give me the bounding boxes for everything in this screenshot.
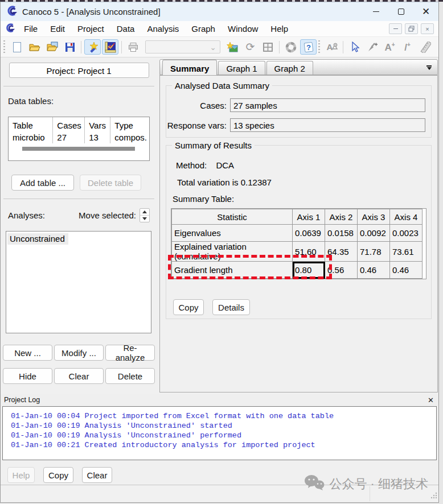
total-variation-text: Total variation is 0.12387 xyxy=(177,177,431,187)
eigenvalues-row: Eigenvalues 0.0639 0.0158 0.0092 0.0023 xyxy=(172,225,423,242)
tab-list-dropdown[interactable] xyxy=(426,65,432,70)
clear-button[interactable]: Clear xyxy=(54,368,104,384)
summary-table-label: Summary Table: xyxy=(173,194,431,204)
project-log-close-icon[interactable]: ✕ xyxy=(428,396,434,404)
explained-variation-row: Explained variation (cumulative) 51.60 6… xyxy=(172,242,423,262)
wizard-icon[interactable] xyxy=(84,39,101,55)
watermark-text: 公众号 · 细猪技术 xyxy=(329,476,428,493)
menu-graph[interactable]: Graph xyxy=(185,22,222,35)
spinner-down-button[interactable] xyxy=(140,216,149,222)
method-value: DCA xyxy=(216,160,234,170)
help-icon[interactable]: ? xyxy=(300,39,317,55)
summary-of-results-group: Summary of Results Method: DCA Total var… xyxy=(166,145,432,319)
menu-window[interactable]: Window xyxy=(222,22,264,35)
cursor-icon[interactable] xyxy=(346,39,363,55)
method-label: Method: xyxy=(176,160,207,170)
add-line-icon[interactable]: /+ xyxy=(399,39,416,55)
tab-summary[interactable]: Summary xyxy=(162,60,217,75)
analyses-listbox[interactable]: Unconstrained xyxy=(6,231,151,333)
project-button[interactable]: Project: Project 1 xyxy=(9,63,149,78)
toolbar-combobox[interactable]: ⌄ xyxy=(145,40,220,53)
toolbar-grip-2[interactable] xyxy=(318,40,322,54)
log-line: 01-Jan-10 00:04 Project imported from Ex… xyxy=(11,411,436,421)
open-graph-icon[interactable] xyxy=(44,39,60,55)
menu-data[interactable]: Data xyxy=(110,22,141,35)
menu-analysis[interactable]: Analysis xyxy=(141,22,185,35)
analyses-label: Analyses: xyxy=(8,210,45,220)
gradient-length-row: Gradient length 0.80 0.56 0.46 0.46 xyxy=(172,262,423,279)
mdi-restore-button[interactable] xyxy=(405,23,418,34)
arrow-up-icon xyxy=(142,210,147,213)
arrow-down-icon xyxy=(142,217,147,220)
data-table-header-row: Table Cases Vars Type xyxy=(9,117,149,131)
analysis-list-item[interactable]: Unconstrained xyxy=(7,233,68,245)
mdi-close-button[interactable]: × xyxy=(421,23,434,34)
graph-options-icon[interactable] xyxy=(102,39,118,55)
move-selected-spinner[interactable] xyxy=(140,208,150,222)
window-icon[interactable] xyxy=(260,39,276,55)
window-title: Canoco 5 - [Analysis Unconstrained] xyxy=(22,7,161,16)
selected-cell[interactable]: 0.80 xyxy=(293,262,325,279)
data-tables-grid[interactable]: Table Cases Vars Type microbio 27 13 com… xyxy=(8,117,150,161)
open-folder-icon[interactable] xyxy=(26,39,43,55)
ruler-pencil-icon[interactable] xyxy=(417,39,433,55)
add-arrow-icon[interactable] xyxy=(364,39,380,55)
resize-grip[interactable] xyxy=(430,491,437,501)
tab-graph-1[interactable]: Graph 1 xyxy=(218,61,265,75)
results-details-button[interactable]: Details xyxy=(212,299,250,315)
print-icon[interactable] xyxy=(125,39,141,55)
project-log-text[interactable]: 01-Jan-10 00:04 Project imported from Ex… xyxy=(2,406,437,460)
mdi-minimize-button[interactable] xyxy=(389,23,402,34)
canoco-window: Canoco 5 - [Analysis Unconstrained] ✕ Fi… xyxy=(0,2,439,503)
delete-button[interactable]: Delete xyxy=(105,368,155,384)
scrollbar-thumb[interactable] xyxy=(22,147,135,151)
menu-project[interactable]: Project xyxy=(71,22,110,35)
new-analysis-button[interactable]: New ... xyxy=(3,345,52,361)
log-copy-button[interactable]: Copy xyxy=(43,467,73,483)
tab-strip: Summary Graph 1 Graph 2 xyxy=(159,59,438,75)
modify-analysis-button[interactable]: Modify ... xyxy=(54,345,104,361)
divider xyxy=(3,86,154,86)
project-log-panel: Project Log ✕ 01-Jan-10 00:04 Project im… xyxy=(1,394,438,485)
cases-field[interactable]: 27 samples xyxy=(230,98,425,112)
minimize-button[interactable] xyxy=(363,2,388,21)
support-ring-icon[interactable] xyxy=(282,39,299,55)
spinner-up-button[interactable] xyxy=(140,209,149,215)
log-help-button: Help xyxy=(7,467,35,483)
response-vars-field[interactable]: 13 species xyxy=(230,118,425,132)
new-document-icon[interactable] xyxy=(9,39,25,55)
maximize-button[interactable] xyxy=(388,2,413,21)
toolbar: ⌄ ⟳ ? A A+ /+ xyxy=(1,37,438,57)
save-icon[interactable] xyxy=(61,39,78,55)
dropdown-triangle-icon xyxy=(427,67,432,70)
graph-wizard-icon[interactable] xyxy=(224,39,241,55)
response-vars-label: Response vars: xyxy=(166,121,230,130)
app-logo-small-icon xyxy=(5,23,15,35)
project-panel: Project: Project 1 Data tables: Table Ca… xyxy=(2,60,155,394)
menubar: File Edit Project Data Analysis Graph Wi… xyxy=(1,21,438,37)
add-text-icon[interactable]: A+ xyxy=(382,39,398,55)
chevron-down-icon: ⌄ xyxy=(210,43,216,51)
horizontal-scrollbar[interactable] xyxy=(9,145,149,152)
log-clear-button[interactable]: Clear xyxy=(82,467,112,483)
menu-help[interactable]: Help xyxy=(264,22,294,35)
results-copy-button[interactable]: Copy xyxy=(173,299,204,315)
move-selected-label: Move selected: xyxy=(79,210,136,220)
text-shapes-icon[interactable]: A xyxy=(323,39,340,55)
menu-edit[interactable]: Edit xyxy=(44,22,71,35)
data-table-row[interactable]: microbio 27 13 compos. xyxy=(9,131,149,143)
tab-graph-2[interactable]: Graph 2 xyxy=(266,61,313,75)
reanalyze-button[interactable]: Re-analyze xyxy=(105,345,155,361)
log-line: 01-Jan-10 00:19 Analysis 'Unconstrained'… xyxy=(11,421,436,431)
add-table-button[interactable]: Add table ... xyxy=(11,175,74,191)
menu-file[interactable]: File xyxy=(18,22,44,35)
results-group-title: Summary of Results xyxy=(172,141,255,150)
data-tables-label: Data tables: xyxy=(8,96,155,106)
toolbar-grip[interactable] xyxy=(3,40,7,54)
divider xyxy=(3,199,154,199)
summary-table-header-row: Statistic Axis 1 Axis 2 Axis 3 Axis 4 xyxy=(172,209,423,225)
hide-button[interactable]: Hide xyxy=(3,368,52,384)
refresh-icon[interactable]: ⟳ xyxy=(242,39,259,55)
log-line: 01-Jan-10 00:21 Created introductory ana… xyxy=(11,440,436,450)
close-button[interactable]: ✕ xyxy=(413,2,438,21)
